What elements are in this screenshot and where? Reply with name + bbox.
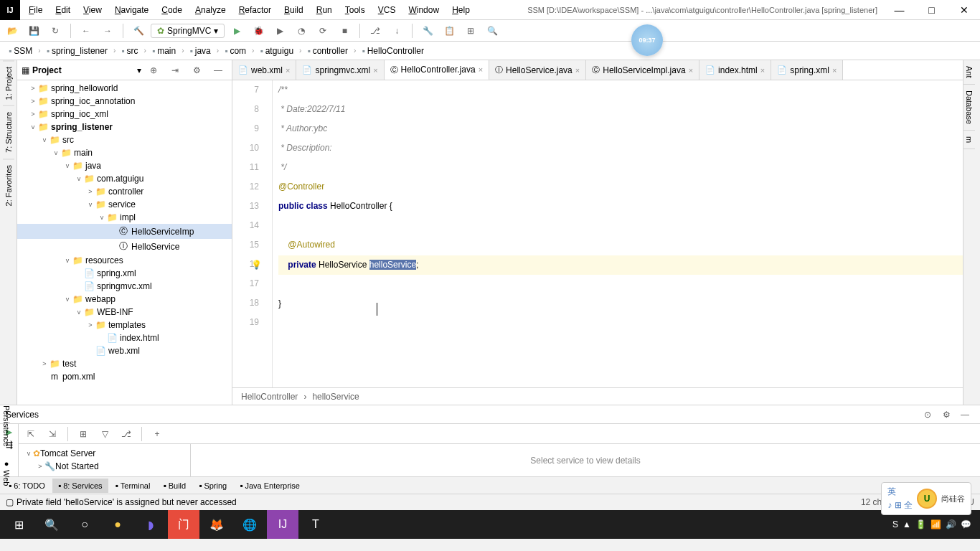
save-icon[interactable]: 💾	[24, 22, 43, 40]
close-icon[interactable]: ×	[479, 65, 483, 74]
menu-help[interactable]: Help	[446, 2, 476, 18]
tree-icon[interactable]: ⎇	[117, 425, 136, 443]
tree-item[interactable]: v📁service	[17, 198, 232, 211]
nav-item[interactable]: ▪ controller	[304, 44, 351, 57]
tree-item[interactable]: v📁webapp	[17, 293, 232, 306]
nav-item[interactable]: ▪ SSM	[6, 44, 35, 57]
cortana-icon[interactable]: ○	[69, 510, 100, 539]
system-tray[interactable]: S ▲ 🔋 📶 🔊 💬	[892, 519, 977, 529]
tree-item[interactable]: mpom.xml	[17, 370, 232, 383]
tray-icon[interactable]: ▲	[903, 519, 911, 529]
code-area[interactable]: /** * Date:2022/7/11 * Author:ybc * Desc…	[273, 80, 963, 387]
menu-window[interactable]: Window	[402, 2, 445, 18]
run-icon[interactable]: ▶	[227, 22, 246, 40]
status-icon[interactable]: ▢	[6, 497, 14, 507]
nav-item[interactable]: ▪ src	[118, 44, 141, 57]
target-icon[interactable]: ⊙	[918, 405, 937, 424]
tree-item[interactable]: v📁spring_listener	[17, 121, 232, 133]
bottom-tab[interactable]: ▪ Spring	[193, 479, 232, 493]
add-icon[interactable]: +	[148, 425, 166, 443]
bottom-tab[interactable]: ▪ Java Enterprise	[234, 479, 306, 493]
editor-tab[interactable]: ⒾHelloService.java×	[489, 60, 586, 80]
split-icon[interactable]: ⊞	[461, 22, 480, 40]
menu-view[interactable]: View	[77, 2, 108, 18]
tray-icon[interactable]: 📶	[930, 519, 941, 529]
menu-edit[interactable]: Edit	[50, 2, 76, 18]
menu-refactor[interactable]: Refactor	[233, 2, 277, 18]
menu-tools[interactable]: Tools	[339, 2, 371, 18]
close-icon[interactable]: ×	[575, 66, 580, 75]
intellij-icon[interactable]: IJ	[267, 510, 298, 539]
search-icon[interactable]: 🔍	[36, 510, 67, 539]
sync-icon[interactable]: ↻	[46, 22, 65, 40]
firefox-icon[interactable]: 🦊	[201, 510, 232, 539]
close-button[interactable]: ✕	[948, 0, 980, 20]
start-icon[interactable]: ⊞	[3, 510, 34, 539]
breadcrumb-item[interactable]: helloService	[312, 392, 359, 402]
structure-icon[interactable]: 📋	[440, 22, 458, 40]
tree-item[interactable]: v📁com.atguigu	[17, 172, 232, 185]
maximize-button[interactable]: □	[915, 0, 948, 20]
menu-analyze[interactable]: Analyze	[189, 2, 232, 18]
app-icon[interactable]: 门	[168, 510, 199, 539]
menu-run[interactable]: Run	[311, 2, 338, 18]
tray-icon[interactable]: 🔊	[946, 519, 956, 529]
editor-tab[interactable]: ⒸHelloServiceImpl.java×	[586, 60, 699, 80]
menu-build[interactable]: Build	[278, 2, 309, 18]
project-tree[interactable]: >📁spring_helloworld>📁spring_ioc_annotati…	[17, 80, 232, 405]
settings-icon[interactable]: 🔧	[418, 22, 437, 40]
rail-tab[interactable]: 1: Project	[3, 60, 14, 105]
coverage-icon[interactable]: ▶	[270, 22, 289, 40]
hammer-icon[interactable]: 🔨	[129, 22, 148, 40]
tray-icon[interactable]: S	[892, 519, 898, 529]
bottom-tab[interactable]: ▪ Build	[157, 479, 192, 493]
close-icon[interactable]: ×	[760, 66, 765, 75]
nav-item[interactable]: ▪ HelloController	[359, 44, 427, 57]
collapse-icon[interactable]: ⇥	[166, 61, 184, 80]
tree-item[interactable]: >📁templates	[17, 319, 232, 331]
tray-icon[interactable]: 🔋	[915, 519, 926, 529]
tree-item[interactable]: >📁controller	[17, 185, 232, 198]
tree-item[interactable]: >📁test	[17, 357, 232, 370]
tree-item[interactable]: v📁src	[17, 133, 232, 146]
rail-tab[interactable]: 7: Structure	[3, 105, 14, 159]
stop-icon[interactable]: ■	[335, 22, 354, 40]
minimize-icon[interactable]: —	[956, 405, 974, 424]
editor-tab[interactable]: 📄spring.xml×	[771, 60, 843, 80]
nav-item[interactable]: ▪ spring_listener	[44, 44, 110, 57]
tree-item[interactable]: >📁spring_ioc_xml	[17, 108, 232, 121]
rail-tab[interactable]: m	[963, 131, 975, 149]
tree-item[interactable]: >📁spring_helloworld	[17, 82, 232, 95]
close-icon[interactable]: ×	[286, 66, 290, 75]
breadcrumb-item[interactable]: HelloController	[241, 392, 298, 402]
app-icon[interactable]: ●	[102, 510, 133, 539]
tree-item[interactable]: v📁main	[17, 146, 232, 159]
hide-icon[interactable]: —	[209, 61, 227, 80]
close-icon[interactable]: ×	[373, 66, 377, 75]
forward-icon[interactable]: →	[98, 22, 117, 40]
search-icon[interactable]: 🔍	[483, 22, 501, 40]
menu-vcs[interactable]: VCS	[372, 2, 402, 18]
rail-persistence[interactable]: Persistence	[2, 405, 11, 446]
run-config-select[interactable]: ✿ SpringMVC ▾	[151, 24, 225, 38]
editor-tab[interactable]: 📄web.xml×	[232, 60, 296, 80]
debug-icon[interactable]: 🐞	[249, 22, 268, 40]
update-icon[interactable]: ↓	[387, 22, 406, 40]
back-icon[interactable]: ←	[77, 22, 95, 40]
tree-item[interactable]: 📄springmvc.xml	[17, 280, 232, 293]
tree-item[interactable]: v📁resources	[17, 254, 232, 267]
nav-item[interactable]: ▪ java	[187, 44, 214, 57]
filter-icon[interactable]: ▽	[95, 425, 114, 443]
open-icon[interactable]: 📂	[3, 22, 22, 40]
editor-tab[interactable]: ⒸHelloController.java×	[385, 60, 490, 80]
locate-icon[interactable]: ⊕	[144, 61, 163, 80]
nav-item[interactable]: ▪ main	[149, 44, 179, 57]
rail-tab[interactable]: Database	[963, 85, 975, 131]
editor-tab[interactable]: 📄index.html×	[699, 60, 771, 80]
group-icon[interactable]: ⊞	[74, 425, 93, 443]
tray-icon[interactable]: 💬	[961, 519, 971, 529]
close-icon[interactable]: ×	[832, 66, 837, 75]
app-icon[interactable]: T	[300, 510, 331, 539]
bottom-tab[interactable]: ▪ 8: Services	[52, 479, 108, 493]
tree-item[interactable]: v📁impl	[17, 211, 232, 224]
